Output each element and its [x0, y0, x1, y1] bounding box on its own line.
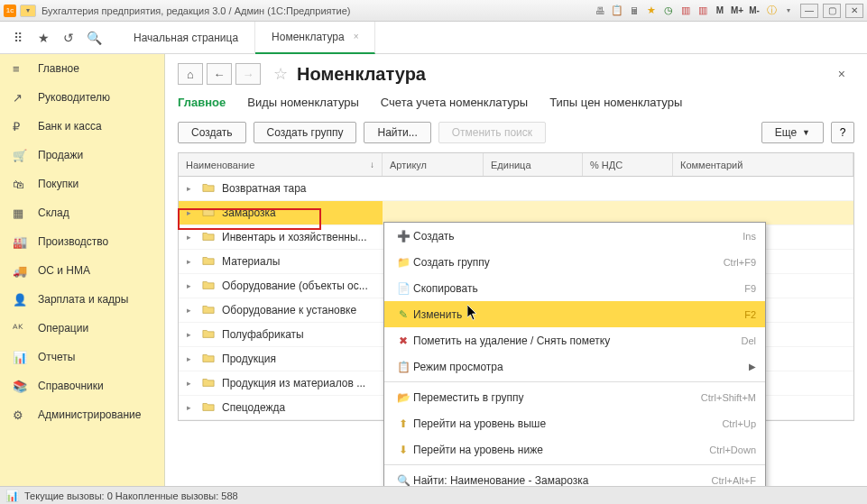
m-plus-button[interactable]: M+: [730, 4, 744, 18]
subtab-accounts[interactable]: Счета учета номенклатуры: [381, 96, 528, 109]
folder-icon: [202, 255, 215, 269]
expand-icon[interactable]: ▸: [182, 403, 195, 412]
context-menu-item[interactable]: 🔍Найти: Наименование - ЗамарозкаCtrl+Alt…: [384, 467, 765, 486]
folder-icon: [202, 182, 215, 196]
table-row[interactable]: ▸Возвратная тара: [179, 177, 853, 201]
main-area: ⌂ ← → ☆ Номенклатура × Главное Виды номе…: [165, 54, 867, 486]
cal1-icon[interactable]: ▥: [678, 4, 693, 18]
col-vat[interactable]: % НДС: [583, 153, 673, 176]
sidebar-item[interactable]: 🛍Покупки: [0, 170, 164, 198]
star-icon[interactable]: ★: [644, 4, 659, 18]
expand-icon[interactable]: ▸: [182, 208, 195, 217]
maximize-button[interactable]: ▢: [823, 4, 841, 18]
tab-label: Начальная страница: [134, 32, 238, 44]
sidebar-item[interactable]: 🛒Продажи: [0, 141, 164, 170]
expand-icon[interactable]: ▸: [182, 354, 195, 363]
sidebar-item[interactable]: ₽Банк и касса: [0, 112, 164, 141]
col-comment[interactable]: Комментарий: [673, 153, 853, 176]
cal2-icon[interactable]: ▥: [696, 4, 710, 18]
tab-home[interactable]: Начальная страница: [117, 22, 255, 54]
titlebar: 1c ▾ Бухгалтерия предприятия, редакция 3…: [0, 0, 867, 22]
context-menu-item[interactable]: ⬇Перейти на уровень нижеCtrl+Down: [384, 436, 765, 463]
titlebar-dropdown[interactable]: ▾: [20, 5, 36, 17]
sidebar-item[interactable]: 🏭Производство: [0, 227, 164, 256]
sidebar-item[interactable]: 👤Зарплата и кадры: [0, 285, 164, 314]
help-button[interactable]: ?: [831, 122, 854, 143]
expand-icon[interactable]: ▸: [182, 306, 195, 315]
col-unit[interactable]: Единица: [484, 153, 583, 176]
subtab-types[interactable]: Виды номенклатуры: [247, 96, 359, 109]
minimize-button[interactable]: —: [800, 4, 818, 18]
more-label: Еще: [775, 126, 797, 139]
menu-shortcut: Ctrl+Alt+F: [711, 475, 756, 486]
menu-separator: [384, 464, 765, 465]
fav-icon[interactable]: 📋: [610, 4, 624, 18]
expand-icon[interactable]: ▸: [182, 330, 195, 339]
context-menu-item[interactable]: ✎ИзменитьF2: [384, 301, 765, 327]
row-label: Полуфабрикаты: [222, 328, 304, 341]
col-article[interactable]: Артикул: [383, 153, 484, 176]
expand-icon[interactable]: ▸: [182, 184, 195, 193]
status-icon: 📊: [5, 490, 19, 502]
menu-icon: 🔍: [393, 474, 413, 487]
clock-icon[interactable]: ◷: [661, 4, 676, 18]
sidebar-label: Отчеты: [38, 351, 75, 363]
sidebar-item[interactable]: ⚙Администрирование: [0, 400, 164, 429]
page-close-button[interactable]: ×: [838, 67, 845, 81]
home-button[interactable]: ⌂: [178, 63, 203, 85]
context-menu-item[interactable]: 📋Режим просмотра▶: [384, 353, 765, 380]
context-menu-item[interactable]: ➕СоздатьIns: [384, 223, 765, 249]
favorite-icon[interactable]: ★: [32, 27, 54, 49]
expand-icon[interactable]: ▸: [182, 257, 195, 266]
search-icon[interactable]: 🔍: [83, 27, 105, 49]
sidebar-item[interactable]: 📚Справочники: [0, 371, 164, 400]
sidebar-label: Справочники: [38, 380, 104, 392]
print-icon[interactable]: 🖶: [593, 4, 607, 18]
context-menu-item[interactable]: 📁Создать группуCtrl+F9: [384, 249, 765, 275]
page-header: ⌂ ← → ☆ Номенклатура ×: [165, 54, 867, 90]
sidebar: ≡Главное↗Руководителю₽Банк и касса🛒Прода…: [0, 54, 165, 486]
menu-label: Скопировать: [413, 282, 744, 295]
col-name[interactable]: Наименование↓: [179, 153, 383, 176]
back-button[interactable]: ←: [207, 63, 232, 85]
subtab-prices[interactable]: Типы цен номенклатуры: [549, 96, 682, 109]
sidebar-icon: 🚚: [13, 264, 29, 278]
sidebar-item[interactable]: ≡Главное: [0, 54, 164, 83]
more-button[interactable]: Еще▼: [761, 122, 824, 143]
forward-button[interactable]: →: [235, 63, 261, 85]
sidebar-item[interactable]: ↗Руководителю: [0, 83, 164, 112]
info-icon[interactable]: ⓘ: [764, 4, 779, 18]
tab-close-icon[interactable]: ×: [354, 32, 359, 41]
row-label: Оборудование (объекты ос...: [222, 279, 368, 292]
subtab-main[interactable]: Главное: [178, 96, 226, 109]
expand-icon[interactable]: ▸: [182, 281, 195, 290]
context-menu-item[interactable]: 📂Переместить в группуCtrl+Shift+M: [384, 384, 765, 410]
info-dd-icon[interactable]: ▾: [781, 4, 796, 18]
sidebar-item[interactable]: 📊Отчеты: [0, 343, 164, 371]
sidebar-item[interactable]: ▦Склад: [0, 198, 164, 227]
star-outline-icon[interactable]: ☆: [273, 64, 288, 84]
close-window-button[interactable]: ✕: [845, 4, 863, 18]
m-button[interactable]: M: [713, 4, 727, 18]
m-minus-button[interactable]: M-: [747, 4, 761, 18]
calc-icon[interactable]: 🖩: [627, 4, 641, 18]
sidebar-item[interactable]: ᴬᴷОперации: [0, 314, 164, 343]
apps-icon[interactable]: ⠿: [7, 27, 29, 49]
col-label: Наименование: [186, 160, 254, 170]
menu-label: Пометить на удаление / Снять пометку: [413, 334, 741, 347]
sidebar-item[interactable]: 🚚ОС и НМА: [0, 256, 164, 285]
menu-shortcut: Ctrl+Down: [709, 444, 756, 455]
context-menu-item[interactable]: 📄СкопироватьF9: [384, 275, 765, 301]
tab-nomenclature[interactable]: Номенклатура×: [255, 22, 375, 54]
create-button[interactable]: Создать: [178, 122, 246, 143]
folder-icon: [202, 328, 215, 342]
history-icon[interactable]: ↺: [58, 27, 79, 49]
sidebar-icon: ▦: [13, 206, 29, 220]
context-menu-item[interactable]: ⬆Перейти на уровень вышеCtrl+Up: [384, 410, 765, 436]
expand-icon[interactable]: ▸: [182, 379, 195, 388]
context-menu-item[interactable]: ✖Пометить на удаление / Снять пометкуDel: [384, 327, 765, 353]
cancel-search-button[interactable]: Отменить поиск: [438, 122, 546, 143]
create-group-button[interactable]: Создать группу: [254, 122, 357, 143]
expand-icon[interactable]: ▸: [182, 233, 195, 242]
find-button[interactable]: Найти...: [364, 122, 430, 143]
